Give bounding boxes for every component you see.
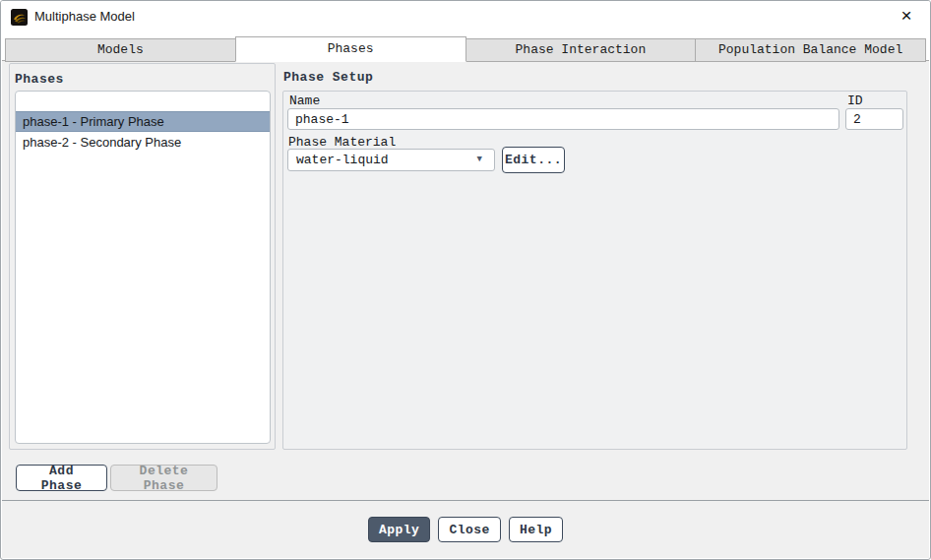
edit-material-button[interactable]: Edit...: [502, 147, 565, 173]
window-title: Multiphase Model: [34, 9, 135, 24]
phase-material-value: water-liquid: [296, 153, 389, 167]
phase-setup-heading: Phase Setup: [283, 70, 373, 85]
tab-phase-interaction[interactable]: Phase Interaction: [466, 38, 697, 62]
list-item-phase-1[interactable]: phase-1 - Primary Phase: [16, 111, 270, 132]
id-input[interactable]: [845, 108, 903, 130]
title-bar: Multiphase Model ×: [1, 1, 930, 34]
tab-population-balance-model[interactable]: Population Balance Model: [695, 38, 926, 62]
close-button[interactable]: Close: [438, 517, 501, 542]
fluent-logo-icon: [11, 9, 28, 26]
multiphase-model-dialog: Multiphase Model × Models Phases Phase I…: [0, 0, 931, 560]
phase-list[interactable]: phase-1 - Primary Phase phase-2 - Second…: [15, 91, 271, 444]
chevron-down-icon: ▼: [477, 150, 482, 170]
name-input[interactable]: [287, 108, 839, 130]
apply-button[interactable]: Apply: [368, 517, 431, 542]
phases-tab-pane: Phases phase-1 - Primary Phase phase-2 -…: [2, 60, 929, 501]
phases-panel: Phases phase-1 - Primary Phase phase-2 -…: [9, 63, 276, 450]
close-icon[interactable]: ×: [894, 3, 919, 29]
tab-bar: Models Phases Phase Interaction Populati…: [5, 36, 926, 62]
help-button[interactable]: Help: [509, 517, 563, 542]
id-label: ID: [847, 93, 863, 108]
tab-models[interactable]: Models: [5, 38, 236, 62]
phases-heading: Phases: [15, 72, 64, 87]
phase-material-select[interactable]: water-liquid ▼: [287, 149, 495, 171]
dialog-footer: Apply Close Help: [2, 500, 929, 558]
phase-setup-box: Name ID Phase Material water-liquid ▼ Ed…: [282, 91, 907, 450]
name-label: Name: [289, 93, 320, 108]
tab-phases[interactable]: Phases: [235, 36, 466, 62]
delete-phase-button: Delete Phase: [110, 465, 217, 491]
list-item-phase-2[interactable]: phase-2 - Secondary Phase: [16, 132, 270, 153]
phase-material-label: Phase Material: [288, 135, 396, 150]
add-phase-button[interactable]: Add Phase: [16, 465, 107, 491]
